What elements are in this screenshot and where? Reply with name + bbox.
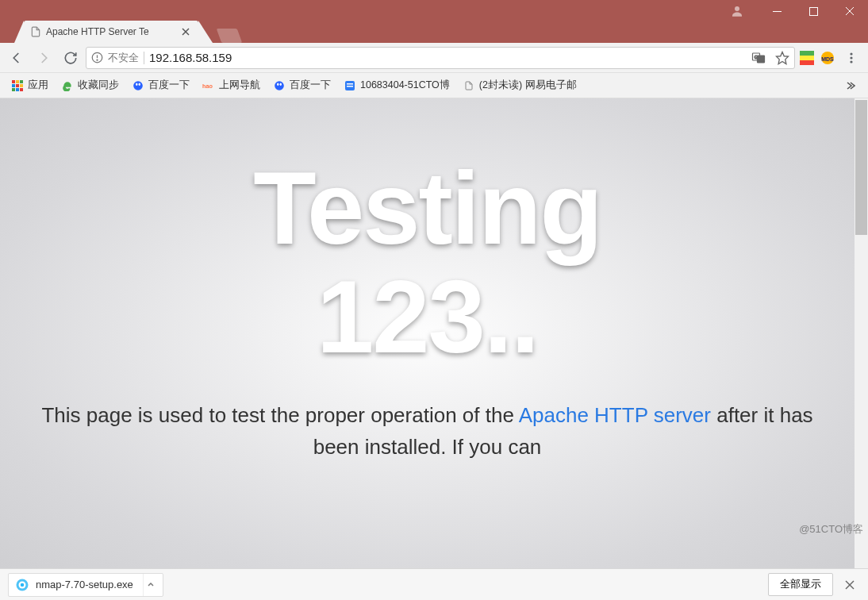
svg-point-35 bbox=[275, 81, 284, 90]
bookmark-item[interactable]: 百度一下 bbox=[268, 75, 336, 95]
svg-text:hao: hao bbox=[202, 83, 213, 90]
svg-rect-28 bbox=[12, 88, 15, 91]
bookmark-label: 百度一下 bbox=[148, 79, 190, 92]
bookmarks-overflow-button[interactable] bbox=[838, 77, 862, 94]
bookmark-star-icon[interactable] bbox=[775, 51, 789, 65]
extension-icon-2[interactable]: MDS bbox=[819, 49, 836, 67]
bookmark-item[interactable]: 收藏同步 bbox=[56, 75, 124, 95]
download-file-icon bbox=[15, 578, 29, 592]
browser-tab[interactable]: Apache HTTP Server Te bbox=[24, 21, 198, 43]
svg-point-32 bbox=[136, 83, 137, 86]
bookmark-label: 上网导航 bbox=[219, 79, 260, 92]
desc-prefix: This page is used to test the proper ope… bbox=[41, 403, 518, 427]
page-description: This page is used to test the proper ope… bbox=[0, 399, 855, 463]
svg-text:MDS: MDS bbox=[821, 56, 834, 61]
svg-rect-26 bbox=[16, 84, 19, 87]
svg-rect-15 bbox=[800, 56, 814, 60]
extension-icon-1[interactable] bbox=[798, 49, 816, 67]
bookmarks-bar: 应用 收藏同步 百度一下 hao 上网导航 百度一下 10683404-51CT… bbox=[0, 73, 868, 98]
bookmark-label: (2封未读) 网易电子邮 bbox=[479, 79, 577, 92]
new-tab-button[interactable] bbox=[217, 29, 243, 43]
download-filename: nmap-7.70-setup.exe bbox=[36, 579, 133, 590]
svg-point-33 bbox=[139, 83, 140, 86]
window-titlebar: Apache HTTP Server Te bbox=[0, 0, 868, 43]
translate-icon[interactable]: G bbox=[751, 51, 766, 65]
bookmark-item[interactable]: 百度一下 bbox=[127, 75, 194, 95]
svg-rect-40 bbox=[347, 86, 353, 87]
hero-line-1: Testing bbox=[253, 154, 601, 263]
security-label: 不安全 bbox=[108, 51, 139, 65]
baidu-icon bbox=[132, 79, 144, 92]
svg-point-36 bbox=[277, 83, 278, 86]
window-maximize-button[interactable] bbox=[795, 0, 832, 22]
download-item[interactable]: nmap-7.70-setup.exe bbox=[8, 573, 163, 597]
window-minimize-button[interactable] bbox=[759, 0, 795, 22]
bookmark-label: 百度一下 bbox=[290, 79, 331, 92]
svg-rect-14 bbox=[800, 51, 814, 56]
chrome-menu-button[interactable] bbox=[839, 46, 863, 70]
svg-point-2 bbox=[735, 6, 739, 11]
bookmark-label: 收藏同步 bbox=[78, 79, 119, 92]
reload-button[interactable] bbox=[59, 46, 83, 70]
svg-point-9 bbox=[97, 60, 98, 60]
svg-point-19 bbox=[850, 52, 852, 55]
svg-text:G: G bbox=[755, 54, 759, 59]
file-icon bbox=[30, 26, 41, 37]
toolbar: 不安全 G MDS bbox=[0, 43, 868, 73]
window-close-button[interactable] bbox=[832, 0, 868, 22]
insecure-icon bbox=[91, 52, 103, 63]
hero-line-2: 123.. bbox=[253, 263, 601, 371]
downloads-close-button[interactable] bbox=[839, 575, 860, 595]
svg-rect-16 bbox=[800, 60, 814, 65]
bookmark-label: 应用 bbox=[28, 79, 48, 92]
tab-title: Apache HTTP Server Te bbox=[46, 26, 149, 37]
bookmark-apps[interactable]: 应用 bbox=[6, 75, 53, 95]
window-controls bbox=[719, 0, 868, 22]
hero-heading: Testing 123.. bbox=[253, 154, 601, 371]
tab-strip: Apache HTTP Server Te bbox=[0, 0, 240, 43]
ie-icon bbox=[61, 79, 74, 92]
omnibox[interactable]: 不安全 G bbox=[86, 47, 795, 69]
scrollbar-thumb[interactable] bbox=[855, 100, 867, 235]
svg-point-21 bbox=[850, 60, 852, 63]
svg-rect-22 bbox=[12, 80, 15, 83]
svg-rect-23 bbox=[16, 80, 19, 83]
bookmark-item[interactable]: (2封未读) 网易电子邮 bbox=[458, 75, 582, 95]
apps-icon bbox=[11, 79, 24, 92]
svg-rect-24 bbox=[20, 80, 23, 83]
svg-rect-39 bbox=[347, 83, 353, 85]
download-menu-caret[interactable] bbox=[143, 574, 158, 596]
profile-button[interactable] bbox=[719, 0, 755, 22]
svg-point-43 bbox=[21, 583, 25, 587]
forward-button[interactable] bbox=[32, 46, 56, 70]
svg-point-20 bbox=[850, 56, 852, 59]
tab-edge-left bbox=[14, 21, 24, 43]
apache-link[interactable]: Apache HTTP server bbox=[519, 403, 711, 427]
omnibox-divider bbox=[144, 52, 144, 64]
svg-rect-4 bbox=[809, 7, 817, 15]
scrollbar-track[interactable] bbox=[855, 98, 868, 568]
doc-icon bbox=[344, 79, 356, 92]
tab-edge-right bbox=[198, 21, 213, 43]
back-button[interactable] bbox=[5, 46, 29, 70]
svg-point-37 bbox=[280, 83, 282, 86]
baidu-icon bbox=[273, 79, 286, 92]
svg-rect-29 bbox=[16, 88, 19, 91]
downloads-bar: nmap-7.70-setup.exe 全部显示 bbox=[0, 568, 868, 600]
svg-marker-13 bbox=[777, 52, 789, 63]
svg-rect-11 bbox=[758, 56, 765, 63]
bookmark-item[interactable]: hao 上网导航 bbox=[198, 75, 265, 95]
svg-rect-30 bbox=[20, 88, 23, 91]
svg-point-31 bbox=[133, 81, 143, 90]
bookmark-item[interactable]: 10683404-51CTO博 bbox=[339, 75, 455, 95]
hao-icon: hao bbox=[202, 79, 215, 92]
svg-rect-27 bbox=[20, 84, 23, 87]
page-viewport: Testing 123.. This page is used to test … bbox=[0, 98, 868, 568]
downloads-show-all-button[interactable]: 全部显示 bbox=[768, 573, 833, 596]
bookmark-label: 10683404-51CTO博 bbox=[360, 79, 450, 92]
apache-test-page: Testing 123.. This page is used to test … bbox=[0, 98, 855, 568]
url-input[interactable] bbox=[149, 51, 747, 64]
file-icon bbox=[463, 79, 475, 92]
tab-close-button[interactable] bbox=[179, 25, 192, 38]
svg-rect-25 bbox=[12, 84, 15, 87]
